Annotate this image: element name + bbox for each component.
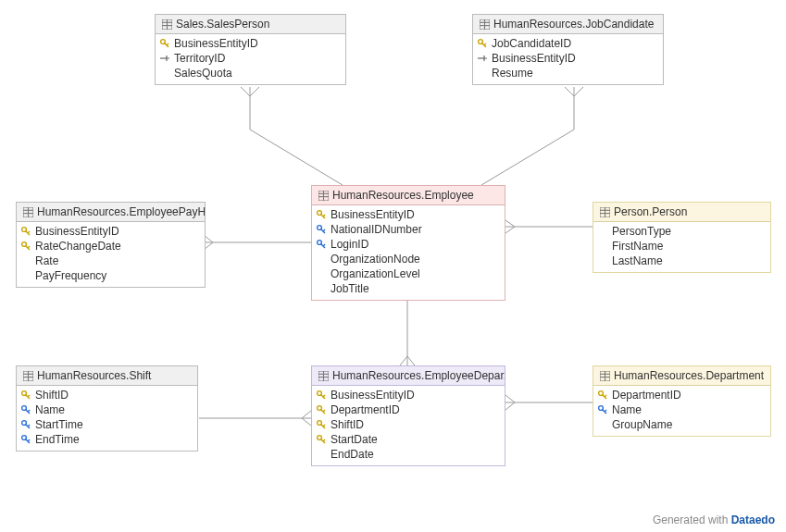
- column-name: EndTime: [35, 433, 80, 446]
- column-name: TerritoryID: [174, 52, 225, 65]
- table-hr-shift[interactable]: HumanResources.Shift ShiftIDNameStartTim…: [16, 365, 198, 452]
- primary-key-icon: [316, 390, 327, 401]
- table-sales-salesperson[interactable]: Sales.SalesPerson BusinessEntityIDTerrit…: [155, 14, 346, 85]
- column-name: LoginID: [331, 238, 368, 251]
- unique-key-icon: [20, 419, 31, 430]
- table-header: HumanResources.EmployeeDepar...: [312, 366, 505, 386]
- column-row[interactable]: JobCandidateID: [473, 36, 663, 51]
- column-row[interactable]: OrganizationLevel: [312, 266, 505, 281]
- column-row[interactable]: BusinessEntityID: [312, 207, 505, 222]
- table-header: HumanResources.EmployeePayHi...: [17, 203, 205, 222]
- column-name: JobTitle: [331, 282, 369, 295]
- table-icon: [599, 206, 610, 217]
- column-row[interactable]: EndDate: [312, 447, 505, 462]
- column-name: DepartmentID: [331, 403, 400, 416]
- blank-icon: [597, 419, 608, 430]
- column-row[interactable]: BusinessEntityID: [17, 224, 205, 239]
- blank-icon: [316, 449, 327, 460]
- column-row[interactable]: ShiftID: [17, 388, 197, 402]
- table-icon: [479, 19, 490, 30]
- svg-line-68: [323, 410, 325, 412]
- table-hr-employee[interactable]: HumanResources.Employee BusinessEntityID…: [311, 185, 505, 301]
- table-header: HumanResources.Employee: [312, 186, 505, 205]
- column-row[interactable]: LastName: [593, 254, 770, 268]
- column-row[interactable]: RateChangeDate: [17, 239, 205, 254]
- column-row[interactable]: OrganizationNode: [312, 252, 505, 266]
- column-row[interactable]: ShiftID: [312, 417, 505, 432]
- table-icon: [318, 190, 329, 201]
- column-row[interactable]: JobTitle: [312, 281, 505, 296]
- foreign-key-icon: [477, 53, 488, 64]
- blank-icon: [316, 283, 327, 294]
- table-columns: DepartmentIDNameGroupName: [593, 386, 770, 436]
- svg-line-65: [323, 395, 325, 397]
- table-header: HumanResources.Department: [593, 366, 770, 386]
- table-hr-jobcandidate[interactable]: HumanResources.JobCandidate JobCandidate…: [472, 14, 664, 85]
- column-row[interactable]: Name: [17, 402, 197, 417]
- column-row[interactable]: StartTime: [17, 417, 197, 432]
- table-header: Sales.SalesPerson: [156, 15, 345, 34]
- unique-key-icon: [20, 404, 31, 415]
- table-hr-employeepayhistory[interactable]: HumanResources.EmployeePayHi... Business…: [16, 202, 206, 288]
- column-row[interactable]: GroupName: [593, 417, 770, 432]
- table-person-person[interactable]: Person.Person PersonTypeFirstNameLastNam…: [593, 202, 771, 273]
- unique-key-icon: [597, 404, 608, 415]
- table-icon: [22, 370, 33, 381]
- column-name: DepartmentID: [612, 389, 681, 402]
- column-name: OrganizationLevel: [331, 267, 420, 280]
- column-row[interactable]: PayFrequency: [17, 268, 205, 283]
- column-row[interactable]: BusinessEntityID: [156, 36, 345, 51]
- column-row[interactable]: FirstName: [593, 239, 770, 254]
- column-name: BusinessEntityID: [174, 37, 258, 50]
- column-name: PersonType: [612, 225, 671, 238]
- column-row[interactable]: BusinessEntityID: [473, 51, 663, 66]
- table-columns: BusinessEntityIDTerritoryIDSalesQuota: [156, 34, 345, 84]
- column-name: PayFrequency: [35, 269, 106, 282]
- svg-line-52: [28, 410, 30, 412]
- primary-key-icon: [20, 241, 31, 252]
- column-name: BusinessEntityID: [331, 389, 415, 402]
- table-title: HumanResources.JobCandidate: [493, 18, 654, 31]
- column-name: StartDate: [331, 433, 378, 446]
- column-row[interactable]: DepartmentID: [312, 402, 505, 417]
- table-icon: [599, 370, 610, 381]
- column-row[interactable]: EndTime: [17, 432, 197, 447]
- column-row[interactable]: Rate: [17, 254, 205, 268]
- table-header: HumanResources.JobCandidate: [473, 15, 663, 34]
- primary-key-icon: [159, 38, 170, 49]
- column-row[interactable]: NationalIDNumber: [312, 222, 505, 237]
- column-name: RateChangeDate: [35, 240, 121, 253]
- blank-icon: [20, 270, 31, 281]
- column-row[interactable]: PersonType: [593, 224, 770, 239]
- column-row[interactable]: SalesQuota: [156, 66, 345, 80]
- svg-line-14: [484, 43, 486, 45]
- blank-icon: [159, 68, 170, 79]
- column-row[interactable]: BusinessEntityID: [312, 388, 505, 402]
- column-row[interactable]: DepartmentID: [593, 388, 770, 402]
- table-columns: BusinessEntityIDRateChangeDateRatePayFre…: [17, 222, 205, 287]
- table-title: HumanResources.Employee: [332, 189, 474, 202]
- unique-key-icon: [20, 434, 31, 445]
- column-row[interactable]: Name: [593, 402, 770, 417]
- table-title: HumanResources.EmployeePayHi...: [37, 205, 205, 218]
- unique-key-icon: [316, 239, 327, 250]
- column-name: GroupName: [612, 418, 672, 431]
- primary-key-icon: [477, 38, 488, 49]
- column-name: SalesQuota: [174, 67, 232, 80]
- blank-icon: [477, 68, 488, 79]
- table-icon: [22, 206, 33, 217]
- foreign-key-icon: [159, 53, 170, 64]
- column-name: Rate: [35, 254, 58, 267]
- column-name: NationalIDNumber: [331, 223, 422, 236]
- table-columns: BusinessEntityIDDepartmentIDShiftIDStart…: [312, 386, 505, 465]
- column-row[interactable]: TerritoryID: [156, 51, 345, 66]
- column-row[interactable]: StartDate: [312, 432, 505, 447]
- svg-line-74: [323, 439, 325, 441]
- svg-line-71: [323, 425, 325, 427]
- primary-key-icon: [316, 434, 327, 445]
- column-row[interactable]: Resume: [473, 66, 663, 80]
- column-name: Name: [612, 403, 642, 416]
- column-row[interactable]: LoginID: [312, 237, 505, 252]
- table-hr-department[interactable]: HumanResources.Department DepartmentIDNa…: [593, 365, 771, 437]
- table-hr-employeedepartmenthistory[interactable]: HumanResources.EmployeeDepar... Business…: [311, 365, 505, 466]
